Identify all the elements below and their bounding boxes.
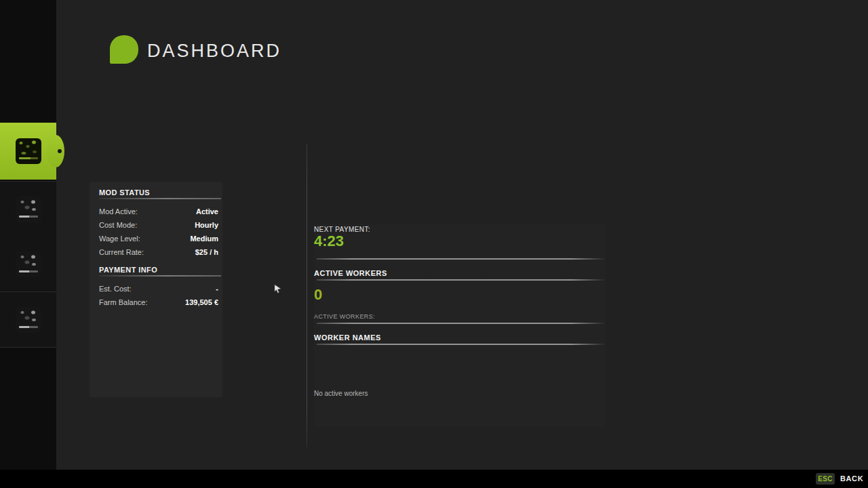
row-wage-level: Wage Level: Medium xyxy=(90,235,222,243)
mouse-cursor-icon xyxy=(274,284,282,296)
sidebar-tab-4[interactable] xyxy=(0,292,56,348)
row-value: Medium xyxy=(190,235,218,243)
divider xyxy=(317,279,606,281)
payment-info-title: PAYMENT INFO xyxy=(90,256,222,275)
row-value: Active xyxy=(196,207,218,216)
divider xyxy=(99,198,221,199)
mod-status-title: MOD STATUS xyxy=(90,182,222,198)
page-title: DASHBOARD xyxy=(147,41,281,62)
active-tab-dot-icon xyxy=(58,149,62,153)
mod-thumbnail-icon xyxy=(16,307,41,333)
row-farm-balance: Farm Balance: 139,505 € xyxy=(90,298,222,306)
row-value: 139,505 € xyxy=(185,298,218,306)
active-workers-count: 0 xyxy=(314,286,322,304)
divider xyxy=(317,323,606,324)
row-label: Wage Level: xyxy=(99,235,140,243)
sidebar-tab-3[interactable] xyxy=(0,237,56,292)
row-value: $25 / h xyxy=(195,248,218,256)
row-mod-active: Mod Active: Active xyxy=(90,207,222,216)
row-value: Hourly xyxy=(195,221,218,229)
worker-names-header: WORKER NAMES xyxy=(314,333,381,342)
divider xyxy=(317,344,606,345)
row-label: Farm Balance: xyxy=(99,298,148,306)
active-tab-bump xyxy=(47,135,64,167)
row-label: Current Rate: xyxy=(99,248,144,256)
divider xyxy=(99,275,221,277)
row-est-cost: Est. Cost: - xyxy=(90,285,222,293)
sidebar-tab-dashboard[interactable] xyxy=(0,123,56,180)
esc-key-badge[interactable]: ESC xyxy=(816,473,835,485)
row-current-rate: Current Rate: $25 / h xyxy=(90,248,222,256)
sidebar xyxy=(0,0,56,470)
empty-workers-message: No active workers xyxy=(314,390,368,397)
next-payment-value: 4:23 xyxy=(314,234,344,249)
sidebar-tab-2[interactable] xyxy=(0,181,56,237)
active-workers-header: ACTIVE WORKERS xyxy=(314,269,387,277)
row-label: Cost Mode: xyxy=(99,221,137,229)
vertical-divider xyxy=(307,144,307,447)
divider xyxy=(317,258,606,260)
leaf-logo-icon xyxy=(110,35,138,64)
workers-panel: NEXT PAYMENT: 4:23 ACTIVE WORKERS 0 ACTI… xyxy=(314,224,606,427)
mod-thumbnail-icon xyxy=(16,197,41,222)
back-button[interactable]: BACK xyxy=(840,474,863,483)
row-cost-mode: Cost Mode: Hourly xyxy=(90,221,222,229)
footer-bar xyxy=(0,470,868,488)
mod-thumbnail-icon xyxy=(16,138,41,164)
status-panel: MOD STATUS Mod Active: Active Cost Mode:… xyxy=(90,182,222,397)
row-label: Est. Cost: xyxy=(99,285,132,293)
active-workers-sublabel: ACTIVE WORKERS: xyxy=(314,313,375,320)
row-value: - xyxy=(216,285,218,293)
row-label: Mod Active: xyxy=(99,207,138,216)
mod-thumbnail-icon xyxy=(16,251,41,277)
